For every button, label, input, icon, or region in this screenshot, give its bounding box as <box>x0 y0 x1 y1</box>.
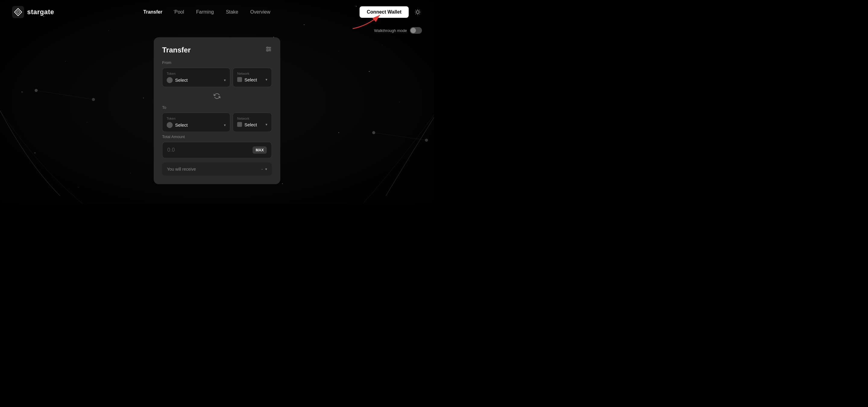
svg-point-23 <box>267 50 268 51</box>
swap-icon <box>214 93 220 99</box>
header: stargate Transfer Pool Farming Stake Ove… <box>0 0 434 24</box>
from-network-label: Network <box>237 71 267 75</box>
to-token-label: Token <box>167 116 226 120</box>
to-network-chevron: ▾ <box>266 122 267 127</box>
card-title: Transfer <box>162 45 191 54</box>
from-token-select[interactable]: Token Select ▾ <box>162 67 230 87</box>
connect-wallet-button[interactable]: Connect Wallet <box>360 6 409 18</box>
theme-toggle-button[interactable] <box>413 8 422 16</box>
nav-transfer[interactable]: Transfer <box>144 9 162 15</box>
to-section: To Token Select ▾ Network <box>162 105 272 132</box>
to-network-icon <box>237 122 242 127</box>
from-network-chevron: ▾ <box>266 77 267 82</box>
transfer-card-container: Transfer From Token <box>154 37 280 184</box>
from-network-icon <box>237 77 242 82</box>
svg-point-7 <box>17 11 19 13</box>
transfer-card: Transfer From Token <box>154 37 280 184</box>
from-token-icon <box>167 77 173 83</box>
from-token-value: Select ▾ <box>167 77 226 83</box>
from-section: From Token Select ▾ Network <box>162 60 272 87</box>
settings-icon[interactable] <box>265 46 272 54</box>
from-network-text: Select <box>244 77 257 82</box>
receive-right: - ▾ <box>261 166 267 171</box>
walkthrough-label: Walkthrough mode <box>374 28 407 33</box>
receive-row[interactable]: You will receive - ▾ <box>162 162 272 176</box>
from-network-select[interactable]: Network Select ▾ <box>233 67 272 87</box>
svg-line-15 <box>415 14 416 14</box>
swap-row <box>162 90 272 101</box>
to-network-value: Select ▾ <box>237 122 267 127</box>
to-token-chevron: ▾ <box>224 123 226 127</box>
amount-input-row: 0.0 MAX <box>162 142 272 158</box>
nav-pool[interactable]: Pool <box>175 9 184 15</box>
swap-button[interactable] <box>212 90 222 101</box>
receive-value: - <box>261 166 263 171</box>
logo-text: stargate <box>27 8 54 16</box>
svg-point-22 <box>269 49 270 50</box>
main-nav: Transfer Pool Farming Stake Overview <box>144 9 270 15</box>
to-row: Token Select ▾ Network Select <box>162 113 272 132</box>
receive-label: You will receive <box>167 166 196 171</box>
header-right: Connect Wallet <box>360 6 422 18</box>
walkthrough-bar: Walkthrough mode <box>374 27 422 34</box>
svg-point-21 <box>267 47 268 48</box>
logo: stargate <box>12 6 54 18</box>
to-network-label: Network <box>237 116 267 120</box>
logo-icon <box>12 6 24 18</box>
nav-overview[interactable]: Overview <box>250 9 270 15</box>
from-token-label: Token <box>167 71 226 75</box>
svg-point-8 <box>416 10 419 13</box>
from-network-value: Select ▾ <box>237 77 267 82</box>
svg-line-14 <box>420 14 420 14</box>
from-label: From <box>162 60 272 64</box>
to-token-text: Select <box>175 122 188 128</box>
receive-chevron-icon: ▾ <box>265 167 267 171</box>
to-network-select[interactable]: Network Select ▾ <box>233 113 272 132</box>
nav-farming[interactable]: Farming <box>196 9 214 15</box>
to-token-icon <box>167 122 173 128</box>
max-button[interactable]: MAX <box>253 146 267 153</box>
to-token-select[interactable]: Token Select ▾ <box>162 113 230 132</box>
from-row: Token Select ▾ Network Select <box>162 67 272 87</box>
amount-value[interactable]: 0.0 <box>167 147 175 153</box>
to-token-value: Select ▾ <box>167 122 226 128</box>
sun-icon <box>414 9 421 15</box>
from-token-chevron: ▾ <box>224 78 226 82</box>
to-network-text: Select <box>244 122 257 127</box>
to-label: To <box>162 105 272 109</box>
walkthrough-toggle[interactable] <box>410 27 422 34</box>
card-header: Transfer <box>162 45 272 54</box>
amount-label: Total Amount <box>162 134 272 139</box>
nav-stake[interactable]: Stake <box>226 9 238 15</box>
amount-section: Total Amount 0.0 MAX <box>162 134 272 158</box>
from-token-text: Select <box>175 77 188 83</box>
